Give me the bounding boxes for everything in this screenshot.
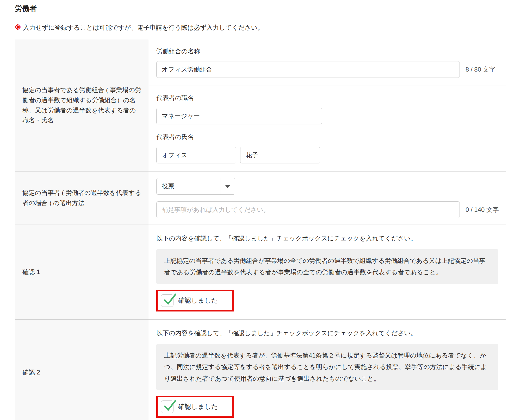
rep-last-name-input[interactable] [156,147,236,163]
rep-name-label: 代表者の氏名 [156,133,498,141]
confirm1-instruction: 以下の内容を確認して、「確認しました」チェックボックスにチェックを入れてください… [156,234,498,243]
confirm1-statement: 上記協定の当事者である労働組合が事業場の全ての労働者の過半数で組織する労働組合で… [156,249,498,284]
confirm2-statement: 上記労働者の過半数を代表する者が、労働基準法第41条第２号に規定する監督又は管理… [156,344,498,390]
confirm2-cell: 以下の内容を確認して、「確認しました」チェックボックスにチェックを入れてください… [149,320,506,420]
select-caret-zone[interactable] [220,178,235,194]
selection-method-cell: 投票 0 / 140 文字 [149,171,506,225]
required-note: ※ 入力せずに登録することは可能ですが、電子申請を行う際は必ず入力してください。 [15,23,506,32]
rep-title-input[interactable] [156,108,322,124]
representative-subcell: 代表者の職名 代表者の氏名 [149,86,506,171]
row-union-representative: 協定の当事者である労働組合 ( 事業場の労働者の過半数で組織する労働組合）の名称… [15,39,506,171]
confirm1-checkbox-label: 確認しました [178,296,218,305]
required-asterisk-icon: ※ [15,24,21,31]
union-name-label: 労働組合の名称 [156,47,498,55]
confirm2-instruction: 以下の内容を確認して、「確認しました」チェックボックスにチェックを入れてください… [156,329,498,337]
selection-method-select[interactable]: 投票 [156,178,235,195]
confirm1-checkbox-highlight[interactable]: 確認しました [156,290,234,311]
confirm2-checkbox-highlight[interactable]: 確認しました [156,396,234,418]
rep-first-name-input[interactable] [240,147,320,163]
confirm1-cell: 以下の内容を確認して、「確認しました」チェックボックスにチェックを入れてください… [149,225,506,319]
worker-form-table: 協定の当事者である労働組合 ( 事業場の労働者の過半数で組織する労働組合）の名称… [15,39,506,420]
union-row-cell: 労働組合の名称 8 / 80 文字 代表者の職名 代表者の氏名 [149,39,506,171]
form-page: 労働者 ※ 入力せずに登録することは可能ですが、電子申請を行う際は必ず入力してく… [0,0,521,420]
confirm2-label: 確認 2 [15,320,149,420]
row-confirm-2: 確認 2 以下の内容を確認して、「確認しました」チェックボックスにチェックを入れ… [15,319,506,420]
checkmark-icon [162,292,176,307]
required-note-text: 入力せずに登録することは可能ですが、電子申請を行う際は必ず入力してください。 [23,23,264,32]
row-selection-method: 協定の当事者 ( 労働者の過半数を代表する者の場合 ) の選出方法 投票 0 /… [15,171,506,225]
selection-method-selected-value: 投票 [157,178,220,194]
chevron-down-icon [225,185,231,188]
union-row-label: 協定の当事者である労働組合 ( 事業場の労働者の過半数で組織する労働組合）の名称… [15,39,149,171]
supplement-counter: 0 / 140 文字 [466,206,499,214]
union-name-input[interactable] [156,61,460,78]
row-confirm-1: 確認 1 以下の内容を確認して、「確認しました」チェックボックスにチェックを入れ… [15,225,506,319]
selection-method-label: 協定の当事者 ( 労働者の過半数を代表する者の場合 ) の選出方法 [15,171,149,225]
union-name-subcell: 労働組合の名称 8 / 80 文字 [149,39,506,86]
confirm1-checkbox[interactable] [161,294,173,307]
supplement-input[interactable] [156,201,460,218]
confirm2-checkbox-label: 確認しました [178,402,218,411]
confirm2-checkbox[interactable] [161,400,173,413]
checkmark-icon [162,398,176,413]
page-title: 労働者 [15,4,506,14]
union-name-counter: 8 / 80 文字 [466,65,495,74]
rep-title-label: 代表者の職名 [156,94,498,102]
confirm1-label: 確認 1 [15,225,149,319]
